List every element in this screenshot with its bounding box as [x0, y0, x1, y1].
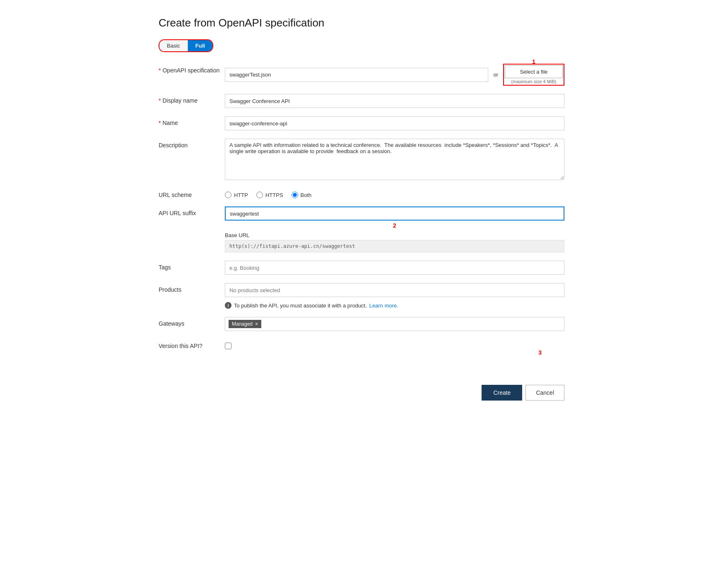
openapi-spec-label: * OpenAPI specification — [159, 64, 225, 74]
radio-both-input[interactable] — [292, 192, 298, 198]
openapi-spec-field: or Select a file (maximum size 4 MiB) 1 — [225, 64, 564, 86]
annotation-3: 3 — [538, 349, 542, 356]
toggle-full-button[interactable]: Full — [188, 40, 212, 51]
gateway-remove-icon[interactable]: × — [255, 321, 258, 327]
version-checkbox-field — [225, 339, 564, 349]
api-url-suffix-label: API URL suffix — [159, 206, 225, 216]
radio-both-label: Both — [301, 192, 312, 198]
url-scheme-label: URL scheme — [159, 188, 225, 198]
description-field: A sample API with information related to… — [225, 139, 564, 180]
display-name-label: * Display name — [159, 94, 225, 104]
create-button[interactable]: Create — [482, 385, 522, 401]
display-name-input[interactable] — [225, 94, 564, 108]
gateway-managed-tag: Managed × — [229, 320, 261, 328]
or-text: or — [493, 72, 498, 78]
radio-http-input[interactable] — [225, 192, 231, 198]
description-textarea[interactable]: A sample API with information related to… — [225, 139, 564, 180]
footer-actions: Create Cancel — [482, 378, 564, 401]
learn-more-link[interactable]: Learn more. — [369, 302, 398, 309]
name-label: * Name — [159, 116, 225, 126]
select-file-hint: (maximum size 4 MiB) — [511, 79, 557, 84]
tags-label: Tags — [159, 261, 225, 271]
tags-field — [225, 261, 564, 275]
required-marker-2: * — [159, 97, 161, 104]
gateways-field: Managed × — [225, 317, 564, 331]
base-url-value: http(s)://fistapi.azure-api.cn/swaggerte… — [225, 240, 564, 252]
description-label: Description — [159, 139, 225, 149]
create-form: * OpenAPI specification or Select a file… — [159, 64, 564, 349]
api-url-suffix-section: 2 Base URL http(s)://fistapi.azure-api.c… — [225, 206, 564, 252]
required-marker-3: * — [159, 120, 161, 126]
gateways-label: Gateways — [159, 317, 225, 327]
version-label: Version this API? — [159, 339, 225, 349]
url-scheme-radio-group: HTTP HTTPS Both — [225, 188, 564, 198]
radio-http[interactable]: HTTP — [225, 192, 248, 198]
radio-https[interactable]: HTTPS — [256, 192, 283, 198]
tags-input[interactable] — [225, 261, 564, 275]
select-file-wrapper: Select a file (maximum size 4 MiB) — [503, 64, 564, 86]
required-marker: * — [159, 67, 161, 74]
base-url-label: Base URL — [225, 232, 564, 238]
display-name-field — [225, 94, 564, 108]
view-toggle-group: Basic Full — [159, 39, 564, 52]
radio-https-label: HTTPS — [265, 192, 283, 198]
name-input[interactable] — [225, 116, 564, 130]
openapi-spec-input[interactable] — [225, 68, 488, 82]
version-checkbox[interactable] — [225, 343, 231, 349]
info-icon: i — [225, 302, 231, 309]
radio-http-label: HTTP — [234, 192, 248, 198]
footer-section: 3 Create Cancel — [159, 349, 564, 401]
publish-info-row: i To publish the API, you must associate… — [225, 302, 564, 309]
cancel-button[interactable]: Cancel — [525, 385, 564, 401]
radio-https-input[interactable] — [256, 192, 263, 198]
annotation-2: 2 — [393, 222, 396, 229]
api-url-suffix-input[interactable] — [225, 206, 564, 221]
publish-info-text: To publish the API, you must associate i… — [234, 302, 367, 309]
gateways-input[interactable]: Managed × — [225, 317, 564, 331]
products-label: Products — [159, 283, 225, 293]
annotation-1: 1 — [532, 58, 535, 65]
radio-both[interactable]: Both — [292, 192, 312, 198]
select-file-button[interactable]: Select a file — [505, 65, 563, 78]
page-title: Create from OpenAPI specification — [159, 17, 564, 29]
products-input[interactable] — [225, 283, 564, 297]
name-field — [225, 116, 564, 130]
products-field — [225, 283, 564, 297]
toggle-basic-button[interactable]: Basic — [159, 40, 188, 51]
